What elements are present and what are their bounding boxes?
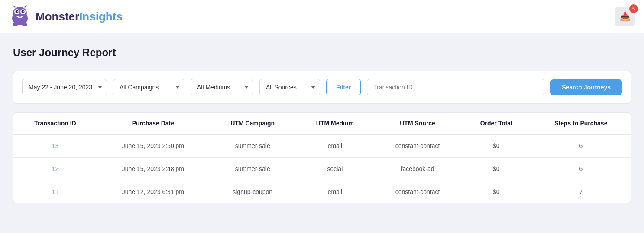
cell-utm-medium: email bbox=[296, 180, 374, 203]
monster-logo-icon bbox=[9, 5, 31, 28]
table-row: 13 June 15, 2023 2:50 pm summer-sale ema… bbox=[13, 134, 631, 158]
col-transaction-id: Transaction ID bbox=[13, 113, 97, 134]
svg-point-6 bbox=[17, 11, 18, 12]
svg-marker-8 bbox=[13, 5, 16, 8]
cell-transaction-id[interactable]: 13 bbox=[13, 134, 97, 158]
cell-order-total: $0 bbox=[461, 158, 531, 180]
col-purchase-date: Purchase Date bbox=[97, 113, 209, 134]
logo-insights-text: Insights bbox=[79, 10, 123, 23]
cell-steps: 7 bbox=[531, 180, 631, 203]
transaction-link[interactable]: 12 bbox=[52, 165, 59, 172]
journey-table: Transaction ID Purchase Date UTM Campaig… bbox=[13, 113, 631, 203]
cell-utm-campaign: summer-sale bbox=[209, 134, 296, 158]
cell-purchase-date: June 12, 2023 6:31 pm bbox=[97, 180, 209, 203]
source-select[interactable]: All Sources bbox=[259, 79, 320, 95]
notification-button[interactable]: 📥 5 bbox=[615, 7, 635, 26]
logo-monster-text: Monster bbox=[36, 10, 79, 23]
svg-point-12 bbox=[13, 23, 18, 26]
col-utm-campaign: UTM Campaign bbox=[209, 113, 296, 134]
col-steps-to-purchase: Steps to Purchase bbox=[531, 113, 631, 134]
date-range-select[interactable]: May 22 - June 20, 2023 bbox=[22, 79, 107, 95]
table-header-row: Transaction ID Purchase Date UTM Campaig… bbox=[13, 113, 631, 134]
cell-utm-medium: email bbox=[296, 134, 374, 158]
transaction-id-input[interactable] bbox=[367, 79, 544, 95]
cell-steps: 6 bbox=[531, 158, 631, 180]
cell-purchase-date: June 15, 2023 2:48 pm bbox=[97, 158, 209, 180]
header-actions: 📥 5 bbox=[615, 7, 635, 26]
svg-point-13 bbox=[22, 23, 27, 26]
journey-table-container: Transaction ID Purchase Date UTM Campaig… bbox=[13, 112, 631, 203]
logo-area: MonsterInsights bbox=[9, 5, 123, 28]
notification-badge: 5 bbox=[629, 4, 638, 13]
svg-rect-10 bbox=[18, 16, 19, 18]
cell-order-total: $0 bbox=[461, 134, 531, 158]
cell-utm-source: facebook-ad bbox=[374, 158, 461, 180]
cell-order-total: $0 bbox=[461, 180, 531, 203]
search-journeys-button[interactable]: Search Journeys bbox=[550, 79, 622, 95]
header: MonsterInsights 📥 5 bbox=[0, 0, 644, 33]
col-utm-medium: UTM Medium bbox=[296, 113, 374, 134]
cell-utm-source: constant-contact bbox=[374, 180, 461, 203]
svg-point-5 bbox=[22, 10, 25, 13]
campaign-select[interactable]: All Campaigns bbox=[113, 79, 184, 95]
cell-utm-medium: social bbox=[296, 158, 374, 180]
cell-utm-source: constant-contact bbox=[374, 134, 461, 158]
col-utm-source: UTM Source bbox=[374, 113, 461, 134]
filter-button[interactable]: Filter bbox=[326, 79, 361, 95]
medium-select[interactable]: All Mediums bbox=[191, 79, 253, 95]
transaction-link[interactable]: 13 bbox=[52, 142, 59, 149]
table-row: 11 June 12, 2023 6:31 pm signup-coupon e… bbox=[13, 180, 631, 203]
cell-purchase-date: June 15, 2023 2:50 pm bbox=[97, 134, 209, 158]
cell-transaction-id[interactable]: 12 bbox=[13, 158, 97, 180]
notification-icon: 📥 bbox=[620, 11, 631, 22]
col-order-total: Order Total bbox=[461, 113, 531, 134]
brand-name: MonsterInsights bbox=[36, 10, 123, 23]
svg-rect-11 bbox=[21, 16, 22, 18]
main-content: User Journey Report May 22 - June 20, 20… bbox=[0, 33, 644, 212]
cell-utm-campaign: summer-sale bbox=[209, 158, 296, 180]
cell-steps: 6 bbox=[531, 134, 631, 158]
svg-marker-9 bbox=[23, 5, 27, 8]
svg-point-7 bbox=[23, 11, 24, 12]
filters-row: May 22 - June 20, 2023 All Campaigns All… bbox=[13, 71, 631, 104]
svg-point-4 bbox=[16, 10, 19, 13]
cell-utm-campaign: signup-coupon bbox=[209, 180, 296, 203]
table-row: 12 June 15, 2023 2:48 pm summer-sale soc… bbox=[13, 158, 631, 180]
page-title: User Journey Report bbox=[13, 46, 631, 59]
transaction-link[interactable]: 11 bbox=[52, 188, 59, 195]
cell-transaction-id[interactable]: 11 bbox=[13, 180, 97, 203]
